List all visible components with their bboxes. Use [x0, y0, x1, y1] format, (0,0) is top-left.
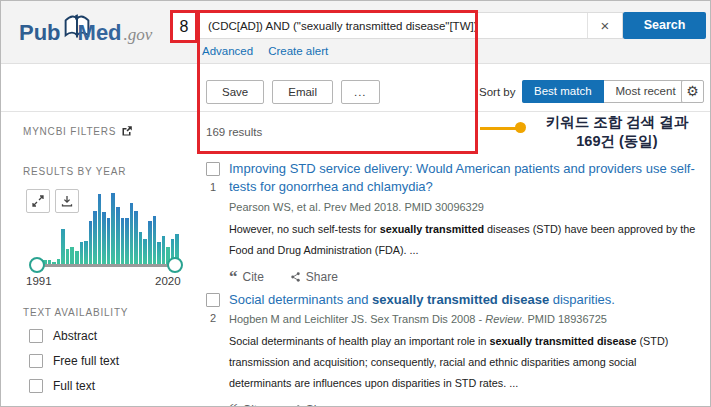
text-availability-label: TEXT AVAILABILITY: [23, 307, 128, 318]
result-select-column: 1: [206, 160, 220, 284]
year-slider-handle-end[interactable]: [167, 257, 183, 273]
result-select-column: 2: [206, 291, 220, 407]
toolbar-divider: [1, 111, 711, 112]
results-by-year-label: RESULTS BY YEAR: [23, 166, 126, 177]
year-bar-1996[interactable]: [66, 249, 70, 264]
free-full-text-label: Free full text: [53, 354, 119, 368]
result-snippet: Social determinants of health play an im…: [229, 331, 699, 394]
cite-label: Cite: [243, 270, 264, 284]
logo-gov: .gov: [124, 25, 153, 45]
result-title-link[interactable]: Improving STD service delivery: Would Am…: [229, 160, 699, 197]
cite-button[interactable]: “ Cite: [229, 270, 264, 284]
year-bar-2016[interactable]: [157, 242, 161, 264]
cite-button[interactable]: “ Cite: [229, 403, 264, 407]
create-alert-link[interactable]: Create alert: [268, 45, 328, 57]
email-button[interactable]: Email: [272, 80, 333, 104]
search-button[interactable]: Search: [623, 12, 706, 39]
annotation-text-line1: 키워드 조합 검색 결과: [528, 113, 706, 132]
result-item: 2 Social determinants and sexually trans…: [206, 291, 702, 407]
result-number: 1: [210, 181, 216, 193]
results-count: 169 results: [206, 126, 262, 138]
year-bar-1998[interactable]: [75, 251, 79, 264]
year-bar-1995[interactable]: [61, 229, 65, 264]
year-bar-2013[interactable]: [143, 239, 147, 264]
year-bar-2003[interactable]: [98, 194, 102, 264]
cite-label: Cite: [243, 403, 264, 407]
annotation-text-line2: 169건 (동일): [528, 132, 706, 151]
sort-best-match-button[interactable]: Best match: [522, 80, 604, 103]
result-snippet: However, no such self-tests for sexually…: [229, 219, 699, 261]
year-bar-2007[interactable]: [116, 207, 120, 264]
result-body: Social determinants and sexually transmi…: [229, 291, 699, 407]
result-actions: “ Cite Share: [229, 270, 699, 284]
result-actions: “ Cite Share: [229, 403, 699, 407]
share-icon: [290, 271, 301, 283]
clear-search-icon[interactable]: ×: [587, 13, 622, 38]
text-availability-heading: TEXT AVAILABILITY: [23, 307, 128, 318]
year-bar-2000[interactable]: [84, 241, 88, 264]
pubmed-page: Pub Med .gov × Search Advanced Create al…: [0, 0, 711, 407]
abstract-label: Abstract: [53, 329, 97, 343]
results-by-year-heading: RESULTS BY YEAR: [23, 166, 126, 177]
full-text-checkbox[interactable]: [29, 379, 43, 393]
full-text-label: Full text: [53, 379, 95, 393]
result-checkbox[interactable]: [206, 293, 220, 307]
results-by-year-chart: [43, 193, 179, 264]
year-slider-handle-start[interactable]: [29, 257, 45, 273]
result-title-link[interactable]: Social determinants and sexually transmi…: [229, 291, 699, 309]
year-bar-2002[interactable]: [93, 211, 97, 264]
result-body: Improving STD service delivery: Would Am…: [229, 160, 699, 284]
search-input[interactable]: [198, 13, 594, 38]
result-citation: Pearson WS, et al. Prev Med 2018. PMID 3…: [229, 201, 699, 213]
external-link-icon[interactable]: [121, 125, 133, 137]
year-end-label: 2020: [155, 275, 181, 287]
year-bar-2017[interactable]: [162, 236, 166, 264]
year-bar-2011[interactable]: [134, 211, 138, 264]
annotation-connector-dot: [515, 122, 526, 133]
year-bar-2014[interactable]: [148, 221, 152, 264]
share-button[interactable]: Share: [290, 270, 338, 284]
year-bar-1997[interactable]: [70, 247, 74, 264]
results-toolbar: Save Email ...: [206, 80, 380, 104]
share-label: Share: [306, 403, 338, 407]
result-item: 1 Improving STD service delivery: Would …: [206, 160, 702, 284]
result-citation: Hogben M and Leichliter JS. Sex Transm D…: [229, 313, 699, 325]
myncbi-filters-label: MYNCBI FILTERS: [23, 126, 116, 137]
filter-abstract[interactable]: Abstract: [29, 329, 97, 343]
free-full-text-checkbox[interactable]: [29, 354, 43, 368]
myncbi-filters-heading: MYNCBI FILTERS: [23, 125, 133, 137]
year-bar-2009[interactable]: [125, 218, 129, 264]
annotation-connector-line: [480, 127, 517, 130]
year-bar-1999[interactable]: [80, 242, 84, 264]
save-button[interactable]: Save: [206, 80, 264, 104]
year-start-label: 1991: [26, 275, 52, 287]
result-number: 2: [210, 312, 216, 324]
year-bar-2001[interactable]: [89, 221, 93, 264]
filter-free-full-text[interactable]: Free full text: [29, 354, 119, 368]
sort-most-recent-button[interactable]: Most recent: [604, 81, 688, 102]
more-options-button[interactable]: ...: [341, 80, 380, 104]
logo-pub: Pub: [19, 20, 61, 46]
header-links: Advanced Create alert: [202, 45, 328, 57]
pubmed-logo[interactable]: Pub Med .gov: [19, 13, 152, 46]
year-bar-2015[interactable]: [153, 216, 157, 264]
year-bar-2010[interactable]: [130, 203, 134, 264]
advanced-link[interactable]: Advanced: [202, 45, 253, 57]
cite-quote-icon: “: [229, 273, 238, 281]
year-bar-2004[interactable]: [102, 212, 106, 264]
result-checkbox[interactable]: [206, 162, 220, 176]
filter-full-text[interactable]: Full text: [29, 379, 95, 393]
annotation-text: 키워드 조합 검색 결과 169건 (동일): [528, 113, 706, 151]
abstract-checkbox[interactable]: [29, 329, 43, 343]
year-bar-2005[interactable]: [107, 218, 111, 264]
year-bar-2006[interactable]: [111, 193, 115, 264]
sort-by-label: Sort by: [479, 86, 515, 98]
header: Pub Med .gov × Search Advanced Create al…: [1, 1, 711, 64]
logo-med: Med: [78, 20, 122, 46]
year-bar-2008[interactable]: [121, 218, 125, 264]
display-options-gear-icon[interactable]: ⚙: [681, 80, 704, 103]
year-slider-track: [31, 264, 181, 267]
share-label: Share: [306, 270, 338, 284]
year-bar-2012[interactable]: [139, 232, 143, 264]
share-button[interactable]: Share: [290, 403, 338, 407]
